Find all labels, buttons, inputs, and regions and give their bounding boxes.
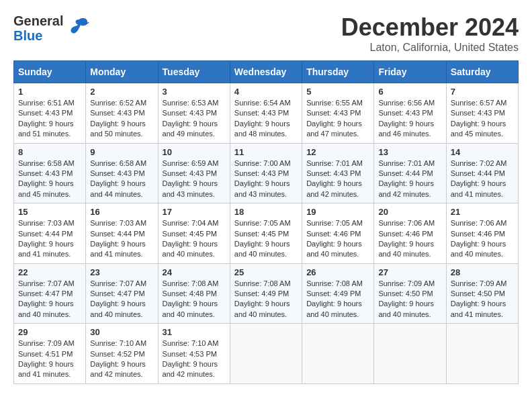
calendar-header-sunday: Sunday <box>14 61 86 83</box>
calendar-cell: 11Sunrise: 7:00 AM Sunset: 4:43 PM Dayli… <box>230 143 302 203</box>
calendar-cell: 2Sunrise: 6:52 AM Sunset: 4:43 PM Daylig… <box>86 83 158 144</box>
logo-text-general: General <box>13 13 63 28</box>
day-number: 28 <box>451 267 514 277</box>
calendar-header-tuesday: Tuesday <box>158 61 230 83</box>
day-number: 31 <box>163 327 226 337</box>
day-info: Sunrise: 7:05 AM Sunset: 4:45 PM Dayligh… <box>234 218 298 260</box>
day-info: Sunrise: 7:03 AM Sunset: 4:44 PM Dayligh… <box>90 218 153 260</box>
calendar-week-row: 29Sunrise: 7:09 AM Sunset: 4:51 PM Dayli… <box>14 324 519 384</box>
calendar-week-row: 22Sunrise: 7:07 AM Sunset: 4:47 PM Dayli… <box>14 263 519 324</box>
day-info: Sunrise: 6:59 AM Sunset: 4:43 PM Dayligh… <box>163 158 226 200</box>
day-number: 9 <box>90 147 153 157</box>
calendar-cell: 25Sunrise: 7:08 AM Sunset: 4:49 PM Dayli… <box>230 263 302 324</box>
day-number: 25 <box>234 267 298 277</box>
calendar-cell: 28Sunrise: 7:09 AM Sunset: 4:50 PM Dayli… <box>446 263 518 324</box>
calendar-cell: 16Sunrise: 7:03 AM Sunset: 4:44 PM Dayli… <box>86 203 158 264</box>
day-info: Sunrise: 7:09 AM Sunset: 4:50 PM Dayligh… <box>451 279 514 320</box>
day-info: Sunrise: 7:06 AM Sunset: 4:46 PM Dayligh… <box>451 218 514 260</box>
calendar-cell: 17Sunrise: 7:04 AM Sunset: 4:45 PM Dayli… <box>158 203 230 264</box>
day-info: Sunrise: 6:54 AM Sunset: 4:43 PM Dayligh… <box>234 98 298 140</box>
day-info: Sunrise: 7:02 AM Sunset: 4:44 PM Dayligh… <box>451 158 514 200</box>
day-number: 27 <box>378 267 441 277</box>
calendar-cell: 24Sunrise: 7:08 AM Sunset: 4:48 PM Dayli… <box>158 263 230 324</box>
calendar-cell: 18Sunrise: 7:05 AM Sunset: 4:45 PM Dayli… <box>230 203 302 264</box>
calendar-header-monday: Monday <box>86 61 158 83</box>
calendar-header-saturday: Saturday <box>446 61 518 83</box>
calendar-table: SundayMondayTuesdayWednesdayThursdayFrid… <box>13 60 519 384</box>
day-info: Sunrise: 7:04 AM Sunset: 4:45 PM Dayligh… <box>163 218 226 260</box>
day-number: 29 <box>18 327 81 337</box>
day-number: 15 <box>18 207 81 217</box>
calendar-week-row: 1Sunrise: 6:51 AM Sunset: 4:43 PM Daylig… <box>14 83 519 144</box>
logo: General Blue <box>13 13 91 43</box>
day-info: Sunrise: 7:10 AM Sunset: 4:52 PM Dayligh… <box>90 338 153 380</box>
calendar-cell: 22Sunrise: 7:07 AM Sunset: 4:47 PM Dayli… <box>14 263 86 324</box>
calendar-cell: 3Sunrise: 6:53 AM Sunset: 4:43 PM Daylig… <box>158 83 230 144</box>
calendar-header-thursday: Thursday <box>302 61 374 83</box>
calendar-cell: 29Sunrise: 7:09 AM Sunset: 4:51 PM Dayli… <box>14 324 86 384</box>
calendar-cell: 21Sunrise: 7:06 AM Sunset: 4:46 PM Dayli… <box>446 203 518 264</box>
calendar-header-friday: Friday <box>374 61 446 83</box>
calendar-cell: 12Sunrise: 7:01 AM Sunset: 4:43 PM Dayli… <box>302 143 374 203</box>
calendar-week-row: 8Sunrise: 6:58 AM Sunset: 4:43 PM Daylig… <box>14 143 519 203</box>
day-number: 22 <box>18 267 81 277</box>
sub-title: Laton, California, United States <box>341 42 519 54</box>
day-number: 8 <box>18 147 81 157</box>
calendar-cell: 15Sunrise: 7:03 AM Sunset: 4:44 PM Dayli… <box>14 203 86 264</box>
day-info: Sunrise: 7:08 AM Sunset: 4:49 PM Dayligh… <box>234 279 298 320</box>
day-number: 14 <box>451 147 514 157</box>
day-info: Sunrise: 7:10 AM Sunset: 4:53 PM Dayligh… <box>163 338 226 380</box>
day-number: 13 <box>378 147 441 157</box>
title-area: December 2024 Laton, California, United … <box>341 13 519 54</box>
day-info: Sunrise: 6:57 AM Sunset: 4:43 PM Dayligh… <box>451 98 514 140</box>
calendar-cell: 5Sunrise: 6:55 AM Sunset: 4:43 PM Daylig… <box>302 83 374 144</box>
calendar-cell: 20Sunrise: 7:06 AM Sunset: 4:46 PM Dayli… <box>374 203 446 264</box>
day-number: 17 <box>163 207 226 217</box>
calendar-cell <box>374 324 446 384</box>
calendar-cell: 30Sunrise: 7:10 AM Sunset: 4:52 PM Dayli… <box>86 324 158 384</box>
calendar-cell: 27Sunrise: 7:09 AM Sunset: 4:50 PM Dayli… <box>374 263 446 324</box>
day-info: Sunrise: 7:06 AM Sunset: 4:46 PM Dayligh… <box>378 218 441 260</box>
day-info: Sunrise: 7:07 AM Sunset: 4:47 PM Dayligh… <box>18 279 81 320</box>
calendar-cell: 31Sunrise: 7:10 AM Sunset: 4:53 PM Dayli… <box>158 324 230 384</box>
calendar-cell: 26Sunrise: 7:08 AM Sunset: 4:49 PM Dayli… <box>302 263 374 324</box>
calendar-cell <box>302 324 374 384</box>
day-number: 16 <box>90 207 153 217</box>
calendar-cell: 13Sunrise: 7:01 AM Sunset: 4:44 PM Dayli… <box>374 143 446 203</box>
day-info: Sunrise: 6:51 AM Sunset: 4:43 PM Dayligh… <box>18 98 81 140</box>
day-number: 30 <box>90 327 153 337</box>
logo-text-blue: Blue <box>13 28 63 43</box>
day-number: 1 <box>18 87 81 97</box>
day-info: Sunrise: 6:58 AM Sunset: 4:43 PM Dayligh… <box>90 158 153 200</box>
calendar-cell: 9Sunrise: 6:58 AM Sunset: 4:43 PM Daylig… <box>86 143 158 203</box>
calendar-cell: 6Sunrise: 6:56 AM Sunset: 4:43 PM Daylig… <box>374 83 446 144</box>
day-info: Sunrise: 6:55 AM Sunset: 4:43 PM Dayligh… <box>306 98 369 140</box>
calendar-cell: 23Sunrise: 7:07 AM Sunset: 4:47 PM Dayli… <box>86 263 158 324</box>
day-number: 2 <box>90 87 153 97</box>
day-number: 18 <box>234 207 298 217</box>
day-info: Sunrise: 7:00 AM Sunset: 4:43 PM Dayligh… <box>234 158 298 200</box>
day-number: 4 <box>234 87 298 97</box>
day-number: 3 <box>163 87 226 97</box>
calendar-cell: 10Sunrise: 6:59 AM Sunset: 4:43 PM Dayli… <box>158 143 230 203</box>
calendar-cell: 1Sunrise: 6:51 AM Sunset: 4:43 PM Daylig… <box>14 83 86 144</box>
day-info: Sunrise: 7:01 AM Sunset: 4:43 PM Dayligh… <box>306 158 369 200</box>
day-number: 6 <box>378 87 441 97</box>
calendar-cell: 4Sunrise: 6:54 AM Sunset: 4:43 PM Daylig… <box>230 83 302 144</box>
day-number: 12 <box>306 147 369 157</box>
day-number: 7 <box>451 87 514 97</box>
day-number: 10 <box>163 147 226 157</box>
main-title: December 2024 <box>341 13 519 42</box>
calendar-cell: 8Sunrise: 6:58 AM Sunset: 4:43 PM Daylig… <box>14 143 86 203</box>
day-info: Sunrise: 7:05 AM Sunset: 4:46 PM Dayligh… <box>306 218 369 260</box>
logo-bird-icon <box>67 14 91 43</box>
day-number: 21 <box>451 207 514 217</box>
day-info: Sunrise: 6:52 AM Sunset: 4:43 PM Dayligh… <box>90 98 153 140</box>
calendar-cell <box>230 324 302 384</box>
calendar-cell: 7Sunrise: 6:57 AM Sunset: 4:43 PM Daylig… <box>446 83 518 144</box>
calendar-cell: 19Sunrise: 7:05 AM Sunset: 4:46 PM Dayli… <box>302 203 374 264</box>
day-number: 20 <box>378 207 441 217</box>
calendar-week-row: 15Sunrise: 7:03 AM Sunset: 4:44 PM Dayli… <box>14 203 519 264</box>
day-info: Sunrise: 6:56 AM Sunset: 4:43 PM Dayligh… <box>378 98 441 140</box>
calendar-header-wednesday: Wednesday <box>230 61 302 83</box>
